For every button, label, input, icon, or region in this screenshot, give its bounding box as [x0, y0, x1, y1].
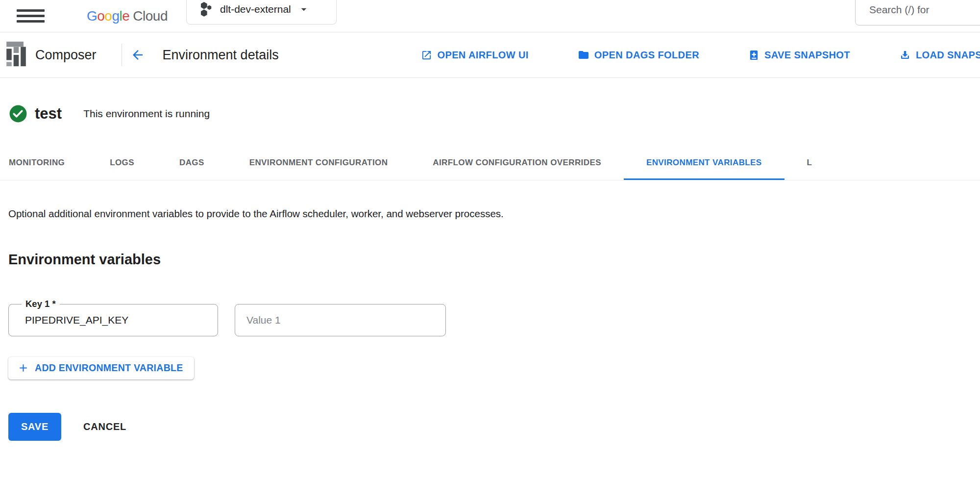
green-check-circle-icon [9, 104, 27, 123]
back-arrow-icon[interactable] [130, 48, 145, 62]
key-field-wrapper: Key 1 * [8, 304, 218, 336]
key-input[interactable] [9, 314, 218, 326]
load-snapshot-button[interactable]: LOAD SNAPS [899, 49, 980, 61]
hamburger-menu-icon[interactable] [17, 9, 45, 23]
action-label: OPEN DAGS FOLDER [594, 50, 699, 61]
tab-logs[interactable]: LOGS [87, 146, 157, 180]
header-actions: OPEN AIRFLOW UI OPEN DAGS FOLDER SAVE SN… [421, 32, 980, 77]
add-button-label: ADD ENVIRONMENT VARIABLE [35, 362, 183, 374]
tab-bar: MONITORING LOGS DAGS ENVIRONMENT CONFIGU… [0, 146, 980, 180]
folder-icon [578, 49, 589, 61]
logo-letter: o [97, 8, 104, 24]
section-title: Environment variables [8, 252, 980, 268]
cancel-button[interactable]: CANCEL [83, 421, 126, 432]
tab-labels-truncated[interactable]: L [784, 146, 835, 180]
action-label: LOAD SNAPS [916, 50, 980, 61]
vertical-divider [122, 44, 122, 66]
tab-content: Optional additional environment variable… [0, 204, 980, 441]
tab-monitoring[interactable]: MONITORING [0, 146, 87, 180]
caret-down-icon [297, 3, 310, 16]
page-title: Environment details [163, 48, 279, 63]
google-cloud-logo: GoogleCloud [87, 8, 168, 24]
value-input[interactable] [235, 314, 445, 326]
product-title: Composer [35, 48, 97, 63]
action-label: OPEN AIRFLOW UI [437, 50, 528, 61]
environment-status-message: This environment is running [83, 108, 210, 120]
action-label: SAVE SNAPSHOT [764, 50, 850, 61]
download-icon [899, 49, 911, 61]
logo-cloud-text: Cloud [133, 8, 168, 24]
page: GoogleCloud dlt-dev-external [0, 0, 980, 480]
section-description: Optional additional environment variable… [8, 204, 513, 223]
logo-letter: G [87, 8, 97, 24]
tab-dags[interactable]: DAGS [157, 146, 227, 180]
plus-icon [17, 362, 29, 374]
variable-form-row: Key 1 * [8, 304, 980, 336]
project-selector[interactable]: dlt-dev-external [186, 0, 337, 25]
product-header: Composer Environment details OPEN AIRFLO… [0, 32, 980, 78]
save-snapshot-icon [748, 50, 760, 61]
environment-name: test [35, 105, 62, 123]
environment-status-row: test This environment is running [0, 104, 980, 123]
open-dags-folder-button[interactable]: OPEN DAGS FOLDER [578, 49, 699, 61]
search-input[interactable] [856, 4, 978, 16]
open-airflow-ui-button[interactable]: OPEN AIRFLOW UI [421, 50, 528, 61]
form-action-row: SAVE CANCEL [8, 413, 980, 441]
add-environment-variable-button[interactable]: ADD ENVIRONMENT VARIABLE [8, 357, 194, 379]
open-in-new-icon [421, 50, 432, 61]
composer-logo-icon [3, 40, 28, 70]
logo-letter: e [122, 8, 129, 24]
tab-environment-configuration[interactable]: ENVIRONMENT CONFIGURATION [227, 146, 411, 180]
top-bar: GoogleCloud dlt-dev-external [0, 0, 980, 32]
project-name: dlt-dev-external [220, 3, 291, 15]
project-hexagons-icon [199, 2, 213, 17]
tab-airflow-configuration-overrides[interactable]: AIRFLOW CONFIGURATION OVERRIDES [410, 146, 624, 180]
logo-letter: o [104, 8, 112, 24]
save-snapshot-button[interactable]: SAVE SNAPSHOT [748, 50, 850, 61]
save-button[interactable]: SAVE [8, 413, 61, 441]
key-field-label: Key 1 * [22, 299, 60, 309]
logo-letter: g [112, 8, 119, 24]
search-bar [855, 0, 980, 25]
tab-environment-variables[interactable]: ENVIRONMENT VARIABLES [624, 146, 784, 180]
value-field-wrapper [235, 304, 446, 336]
